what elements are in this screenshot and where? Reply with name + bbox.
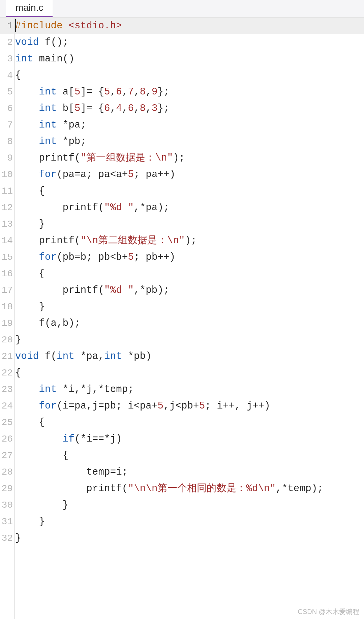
line-number: 17 [0, 282, 14, 299]
line-number: 12 [0, 199, 14, 216]
line-number: 22 [0, 365, 14, 381]
code-line[interactable]: int *pa; [15, 117, 364, 133]
line-number: 23 [0, 381, 14, 398]
code-line[interactable]: printf("%d ",*pb); [15, 282, 364, 299]
tab-main-c[interactable]: main.c [6, 0, 53, 17]
line-number: 6 [0, 100, 14, 117]
code-line[interactable]: for(pb=b; pb<b+5; pb++) [15, 249, 364, 265]
line-number: 19 [0, 315, 14, 332]
line-number: 18 [0, 299, 14, 315]
line-number: 2 [0, 34, 14, 51]
code-line[interactable]: int b[5]= {6,4,6,8,3}; [15, 100, 364, 117]
code-line[interactable]: if(*i==*j) [15, 431, 364, 447]
code-line[interactable]: void f(int *pa,int *pb) [15, 348, 364, 365]
code-line[interactable]: } [15, 332, 364, 348]
code-line[interactable]: } [15, 497, 364, 513]
line-number-gutter: 1234567891011121314151617181920212223242… [0, 18, 14, 619]
code-line[interactable]: } [15, 299, 364, 315]
code-line[interactable]: printf("\n第二组数据是：\n"); [15, 232, 364, 249]
line-number: 32 [0, 530, 14, 546]
line-number: 15 [0, 249, 14, 265]
line-number: 26 [0, 431, 14, 447]
line-number: 31 [0, 513, 14, 530]
code-line[interactable]: f(a,b); [15, 315, 364, 332]
line-number: 8 [0, 133, 14, 150]
line-number: 25 [0, 414, 14, 431]
code-line[interactable]: printf("第一组数据是：\n"); [15, 150, 364, 166]
code-line[interactable]: { [15, 67, 364, 84]
line-number: 10 [0, 166, 14, 183]
code-line[interactable]: } [15, 530, 364, 546]
code-line[interactable]: { [15, 183, 364, 199]
line-number: 5 [0, 84, 14, 100]
code-line[interactable]: printf("\n\n第一个相同的数是：%d\n",*temp); [15, 480, 364, 497]
tab-filename: main.c [16, 2, 43, 13]
code-line[interactable]: for(i=pa,j=pb; i<pa+5,j<pb+5; i++, j++) [15, 398, 364, 414]
line-number: 20 [0, 332, 14, 348]
code-line[interactable]: int a[5]= {5,6,7,8,9}; [15, 84, 364, 100]
code-line[interactable]: int main() [15, 51, 364, 67]
code-line[interactable]: void f(); [15, 34, 364, 51]
tab-bar: main.c [0, 0, 364, 18]
code-line[interactable]: { [15, 447, 364, 464]
code-line[interactable]: #include <stdio.h> [15, 18, 364, 34]
line-number: 1 [0, 18, 14, 34]
line-number: 16 [0, 265, 14, 282]
line-number: 24 [0, 398, 14, 414]
line-number: 11 [0, 183, 14, 199]
line-number: 7 [0, 117, 14, 133]
line-number: 28 [0, 464, 14, 480]
line-number: 14 [0, 232, 14, 249]
code-line[interactable]: { [15, 265, 364, 282]
watermark-text: CSDN @木木爱编程 [298, 607, 359, 616]
code-line[interactable]: temp=i; [15, 464, 364, 480]
line-number: 21 [0, 348, 14, 365]
code-line[interactable]: { [15, 414, 364, 431]
code-line[interactable]: for(pa=a; pa<a+5; pa++) [15, 166, 364, 183]
code-line[interactable]: int *pb; [15, 133, 364, 150]
code-line[interactable]: } [15, 216, 364, 232]
code-line[interactable]: } [15, 513, 364, 530]
line-number: 9 [0, 150, 14, 166]
code-line[interactable]: printf("%d ",*pa); [15, 199, 364, 216]
line-number: 29 [0, 480, 14, 497]
line-number: 4 [0, 67, 14, 84]
code-line[interactable]: int *i,*j,*temp; [15, 381, 364, 398]
code-area[interactable]: #include <stdio.h>void f();int main(){ i… [14, 18, 364, 619]
code-editor[interactable]: 1234567891011121314151617181920212223242… [0, 18, 364, 619]
line-number: 27 [0, 447, 14, 464]
code-line[interactable]: { [15, 365, 364, 381]
line-number: 30 [0, 497, 14, 513]
line-number: 3 [0, 51, 14, 67]
line-number: 13 [0, 216, 14, 232]
